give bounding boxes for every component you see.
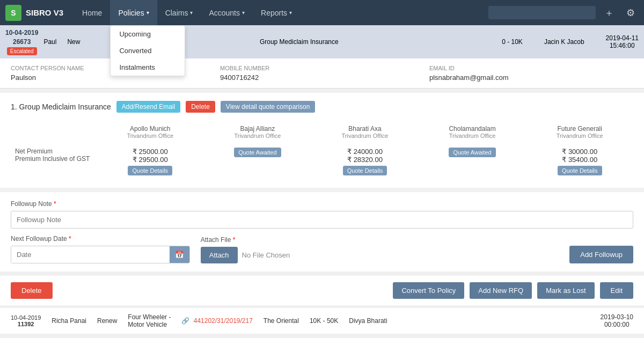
accounts-caret-icon: ▾ <box>242 10 245 16</box>
quote-awaited-btn-3[interactable]: Quote Awaited <box>449 148 495 157</box>
insurer-col-0: Apollo Munich Trivandrum Office <box>97 121 204 143</box>
quote-details-btn-2[interactable]: Quote Details <box>343 166 387 175</box>
quote-details-btn-0[interactable]: Quote Details <box>128 166 172 175</box>
brand-logo: S <box>5 5 21 21</box>
email-value: plsnabraham@gmail.com <box>429 74 633 82</box>
contact-section: CONTACT PERSON NAME Paulson MOBILE NUMBE… <box>0 58 644 89</box>
search-input[interactable] <box>488 6 596 19</box>
row-status: New <box>67 38 80 46</box>
bottom-insurer: The Oriental <box>264 317 299 325</box>
nav-claims[interactable]: Claims ▾ <box>157 0 201 25</box>
add-new-rfq-button[interactable]: Add New RFQ <box>470 282 532 299</box>
bottom-datetime: 2019-03-10 00:00:00 <box>601 313 633 328</box>
premium-labels: Net Premium Premium Inclusive of GST <box>11 143 97 180</box>
attach-field: Attach File * Attach No File Chosen <box>201 236 559 263</box>
gear-icon[interactable]: ⚙ <box>623 5 639 21</box>
nav-reports[interactable]: Reports ▾ <box>253 0 300 25</box>
quote-awaited-btn-1[interactable]: Quote Awaited <box>234 148 281 157</box>
convert-to-policy-button[interactable]: Convert To Policy <box>393 282 464 299</box>
nav-policies[interactable]: Policies ▾ Upcoming Converted Instalment… <box>110 0 157 25</box>
claims-caret-icon: ▾ <box>190 10 193 16</box>
quote-details-btn-4[interactable]: Quote Details <box>558 166 602 175</box>
dropdown-item-upcoming[interactable]: Upcoming <box>111 26 185 42</box>
mark-as-lost-button[interactable]: Mark as Lost <box>537 282 594 299</box>
bottom-product: Four Wheeler - Motor Vehicle <box>128 313 171 328</box>
policies-caret-icon: ▾ <box>147 10 149 16</box>
insurance-delete-button[interactable]: Delete <box>186 101 215 113</box>
bottom-link: 🔗 441202/31/2019/217 <box>181 317 252 325</box>
bottom-row: 10-04-2019 11392 Richa Panai Renew Four … <box>0 307 644 334</box>
view-detail-button[interactable]: View detail quote comparison <box>221 101 316 113</box>
bottom-status: Renew <box>97 317 117 325</box>
email-label: EMAIL ID <box>429 65 633 71</box>
contact-mobile-col: MOBILE NUMBER 9400716242 <box>220 65 424 82</box>
brand: S SIBRO V3 <box>5 5 63 21</box>
navbar: S SIBRO V3 Home Policies ▾ Upcoming Conv… <box>0 0 644 25</box>
followup-note-label: Followup Note * <box>11 200 633 208</box>
contact-email-col: EMAIL ID plsnabraham@gmail.com <box>429 65 633 82</box>
dropdown-item-instalments[interactable]: Instalments <box>111 59 185 76</box>
quote-table: Apollo Munich Trivandrum Office Bajaj Al… <box>11 121 633 180</box>
date-field: Next Followup Date * 📅 <box>11 235 190 263</box>
bottom-contact: Divya Bharati <box>349 317 387 325</box>
date-input-wrap: 📅 <box>11 246 190 263</box>
bottom-agent: Richa Panai <box>52 317 86 325</box>
row-agent: Paul <box>43 38 56 46</box>
followup-section: Followup Note * Next Followup Date * 📅 A… <box>0 192 644 271</box>
attach-button[interactable]: Attach <box>201 247 238 263</box>
row-id: 26673 <box>5 38 38 47</box>
bottom-date-cell: 10-04-2019 11392 <box>11 314 41 327</box>
row-date-cell: 10-04-2019 26673 Escalated <box>5 28 38 55</box>
add-resend-email-button[interactable]: Add/Resend Email <box>116 101 180 113</box>
mobile-label: MOBILE NUMBER <box>220 65 424 71</box>
insurance-title: 1. Group Mediclaim Insurance <box>11 102 111 111</box>
bottom-sum-insured: 10K - 50K <box>310 317 338 325</box>
followup-note-input[interactable] <box>11 211 633 229</box>
insurer-col-2: Bharati Axa Trivandrum Office <box>311 121 419 143</box>
escalated-badge: Escalated <box>7 47 37 55</box>
edit-button[interactable]: Edit <box>600 282 633 299</box>
main-content: 10-04-2019 26673 Escalated Paul New Grou… <box>0 25 644 338</box>
quote-cell-0: ₹ 25000.00 ₹ 29500.00 Quote Details <box>97 143 204 180</box>
nav-home[interactable]: Home <box>74 0 110 25</box>
no-file-text: No File Chosen <box>242 251 290 259</box>
row-datetime: 2019-04-11 15:46:00 <box>606 34 639 49</box>
policies-dropdown: Upcoming Converted Instalments <box>110 25 185 76</box>
date-label: Next Followup Date * <box>11 235 190 243</box>
row-sum-insured: 0 - 10K <box>502 38 523 46</box>
date-input[interactable] <box>11 246 170 263</box>
quote-cell-4: ₹ 30000.00 ₹ 35400.00 Quote Details <box>526 143 633 180</box>
row-date: 10-04-2019 <box>5 28 38 38</box>
policy-link[interactable]: 441202/31/2019/217 <box>194 317 253 325</box>
nav-accounts[interactable]: Accounts ▾ <box>201 0 253 25</box>
escalated-row: 10-04-2019 26673 Escalated Paul New Grou… <box>0 25 644 58</box>
plus-icon[interactable]: ＋ <box>601 5 617 21</box>
followup-row: Next Followup Date * 📅 Attach File * Att… <box>11 235 633 263</box>
reports-caret-icon: ▾ <box>289 10 292 16</box>
nav-icons: ＋ ⚙ <box>601 5 639 21</box>
insurer-col-3: Cholamandalam Trivandrum Office <box>419 121 526 143</box>
dropdown-item-converted[interactable]: Converted <box>111 42 185 59</box>
add-followup-button[interactable]: Add Followup <box>569 246 633 263</box>
calendar-icon[interactable]: 📅 <box>170 246 189 263</box>
mobile-value: 9400716242 <box>220 74 424 82</box>
quote-cell-3: Quote Awaited <box>419 143 526 180</box>
action-bar: Delete Convert To Policy Add New RFQ Mar… <box>0 276 644 305</box>
insurer-col-4: Future Generali Trivandrum Office <box>526 121 633 143</box>
attach-wrap: Attach No File Chosen <box>201 247 559 263</box>
attach-label: Attach File * <box>201 236 559 244</box>
insurance-header: 1. Group Mediclaim Insurance Add/Resend … <box>11 101 633 113</box>
quote-cell-2: ₹ 24000.00 ₹ 28320.00 Quote Details <box>311 143 419 180</box>
insurance-section: 1. Group Mediclaim Insurance Add/Resend … <box>0 93 644 188</box>
quote-cell-1: Quote Awaited <box>204 143 312 180</box>
contact-grid: CONTACT PERSON NAME Paulson MOBILE NUMBE… <box>11 65 633 82</box>
delete-button[interactable]: Delete <box>11 282 53 299</box>
row-contact: Jacin K Jacob <box>544 38 584 46</box>
insurer-col-1: Bajaj Allianz Trivandrum Office <box>204 121 312 143</box>
brand-name: SIBRO V3 <box>26 8 63 17</box>
